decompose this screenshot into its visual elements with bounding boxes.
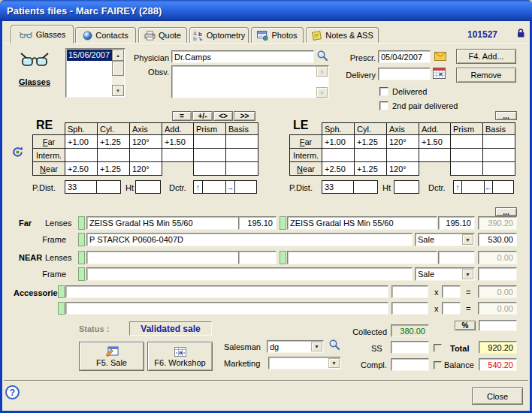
swap-button[interactable]: <> bbox=[213, 111, 233, 121]
lock-icon[interactable] bbox=[516, 28, 525, 38]
far-lens-left-field[interactable]: ZEISS Gradal HS Min 55/60 bbox=[287, 216, 437, 230]
re-interm-sph[interactable] bbox=[65, 149, 98, 162]
refresh-icon[interactable] bbox=[11, 146, 24, 158]
copy-button[interactable]: >> bbox=[234, 111, 255, 121]
chevron-down-icon[interactable] bbox=[462, 234, 473, 245]
le-near-sph[interactable]: +2.50 bbox=[322, 162, 355, 176]
le-pdist2-field[interactable] bbox=[353, 180, 378, 194]
le-ht-field[interactable] bbox=[394, 180, 419, 194]
le-near-prism[interactable] bbox=[451, 162, 483, 176]
far-lens-right-field[interactable]: ZEISS Gradal HS Min 55/60 bbox=[86, 216, 239, 230]
accessory-1-qty[interactable] bbox=[442, 285, 461, 298]
help-icon[interactable] bbox=[5, 385, 20, 399]
le-interm-cyl[interactable] bbox=[355, 149, 387, 162]
near-lens-right-field[interactable] bbox=[86, 251, 239, 264]
tab-contacts[interactable]: Contacts bbox=[75, 27, 136, 43]
far-frame-field[interactable]: P STARCK P0606-0407D bbox=[86, 233, 413, 246]
le-far-prism[interactable] bbox=[451, 135, 483, 149]
percent-button[interactable]: % bbox=[455, 321, 476, 330]
le-interm-prism[interactable] bbox=[451, 149, 483, 162]
ss-field[interactable] bbox=[391, 341, 429, 354]
physician-field[interactable]: Dr.Camps bbox=[171, 50, 314, 63]
le-far-axis[interactable]: 120° bbox=[387, 135, 419, 149]
chevron-down-icon[interactable] bbox=[328, 358, 340, 368]
tab-optometry[interactable]: Abb Optometry bbox=[189, 27, 249, 43]
delivery-date-field[interactable] bbox=[378, 68, 431, 80]
le-far-basis[interactable] bbox=[483, 135, 515, 149]
re-dctr-side-field[interactable] bbox=[234, 180, 257, 194]
accessory-1-field[interactable] bbox=[65, 285, 388, 298]
re-interm-cyl[interactable] bbox=[98, 149, 130, 162]
le-far-cyl[interactable]: +1.25 bbox=[355, 135, 387, 149]
physician-search-icon[interactable] bbox=[316, 50, 328, 62]
accessory-2-qty[interactable] bbox=[442, 302, 461, 315]
re-pdist2-field[interactable] bbox=[96, 180, 121, 194]
re-interm-add[interactable] bbox=[162, 149, 194, 162]
le-near-cyl[interactable]: +1.25 bbox=[355, 162, 387, 176]
obsv-scroll-down-icon[interactable] bbox=[316, 87, 328, 98]
re-near-prism[interactable] bbox=[194, 162, 226, 176]
far-lens-right-price[interactable]: 195.10 bbox=[238, 216, 277, 230]
sale-more-button[interactable]: ... bbox=[495, 207, 517, 216]
accessory-2-field[interactable] bbox=[65, 302, 388, 315]
le-far-add[interactable]: +1.50 bbox=[419, 135, 451, 149]
le-dctr-up-field[interactable] bbox=[461, 180, 485, 194]
le-interm-sph[interactable] bbox=[322, 149, 355, 162]
le-interm-basis[interactable] bbox=[483, 149, 515, 162]
salesman-dropdown[interactable]: dg bbox=[267, 340, 324, 353]
accessory-1-price[interactable] bbox=[391, 285, 428, 298]
re-interm-basis[interactable] bbox=[226, 149, 258, 162]
prescription-date-field[interactable]: 05/04/2007 bbox=[378, 50, 431, 63]
equal-button[interactable]: = bbox=[172, 111, 192, 121]
le-pdist-field[interactable]: 33 bbox=[322, 180, 354, 194]
scroll-down-icon[interactable] bbox=[112, 85, 124, 96]
mail-icon[interactable] bbox=[434, 52, 446, 61]
sale-button[interactable]: F5. Sale bbox=[79, 342, 144, 371]
re-ht-field[interactable] bbox=[135, 180, 161, 194]
balance-checkbox[interactable] bbox=[434, 361, 442, 369]
tab-notes[interactable]: Notes & ASS bbox=[306, 27, 379, 43]
marketing-dropdown[interactable] bbox=[268, 357, 341, 369]
near-lens-right-price[interactable] bbox=[238, 251, 277, 264]
re-far-cyl[interactable]: +1.25 bbox=[98, 135, 130, 149]
prescription-more-button[interactable]: ... bbox=[495, 111, 517, 120]
second-pair-checkbox[interactable] bbox=[379, 101, 388, 110]
workshop-button[interactable]: a F6. Workshop bbox=[147, 342, 213, 371]
tab-quote[interactable]: Quote bbox=[138, 27, 187, 43]
le-interm-add[interactable] bbox=[419, 149, 451, 162]
re-near-axis[interactable]: 120° bbox=[130, 162, 162, 176]
tab-photos[interactable]: Photos bbox=[251, 27, 304, 43]
observations-field[interactable] bbox=[171, 65, 329, 98]
salesman-search-icon[interactable] bbox=[328, 339, 340, 351]
near-lens-left-price[interactable] bbox=[438, 251, 475, 264]
re-far-add[interactable]: +1.50 bbox=[162, 135, 194, 149]
re-near-sph[interactable]: +2.50 bbox=[65, 162, 98, 176]
le-near-basis[interactable] bbox=[483, 162, 515, 176]
near-frame-sale-dropdown[interactable]: Sale bbox=[415, 267, 475, 281]
re-far-basis[interactable] bbox=[226, 135, 258, 149]
re-far-axis[interactable]: 120° bbox=[130, 135, 162, 149]
re-pdist-field[interactable]: 33 bbox=[65, 180, 97, 194]
scrollbar-thumb[interactable] bbox=[112, 61, 124, 76]
visit-date-item[interactable]: 15/06/2007 bbox=[67, 50, 113, 61]
re-interm-axis[interactable] bbox=[130, 149, 162, 162]
calendar-icon[interactable] bbox=[433, 68, 446, 79]
near-lens-left-field[interactable] bbox=[287, 251, 437, 264]
chevron-down-icon[interactable] bbox=[462, 269, 473, 279]
visit-date-listbox[interactable]: 15/06/2007 bbox=[65, 48, 125, 98]
near-frame-field[interactable] bbox=[86, 267, 413, 281]
compl-field[interactable] bbox=[391, 358, 429, 371]
tab-glasses[interactable]: Glasses bbox=[11, 25, 74, 44]
re-far-prism[interactable] bbox=[194, 135, 226, 149]
le-interm-axis[interactable] bbox=[387, 149, 419, 162]
re-near-cyl[interactable]: +1.25 bbox=[98, 162, 130, 176]
le-dctr-side-field[interactable] bbox=[492, 180, 514, 194]
remove-button[interactable]: Remove bbox=[456, 68, 516, 83]
obsv-scroll-up-icon[interactable] bbox=[316, 66, 328, 77]
far-frame-sale-dropdown[interactable]: Sale bbox=[415, 233, 475, 246]
ss-checkbox[interactable] bbox=[434, 344, 442, 352]
accessory-2-price[interactable] bbox=[391, 302, 428, 315]
chevron-down-icon[interactable] bbox=[311, 342, 322, 351]
re-far-sph[interactable]: +1.00 bbox=[65, 135, 98, 149]
plus-minus-button[interactable]: +/- bbox=[192, 111, 213, 121]
